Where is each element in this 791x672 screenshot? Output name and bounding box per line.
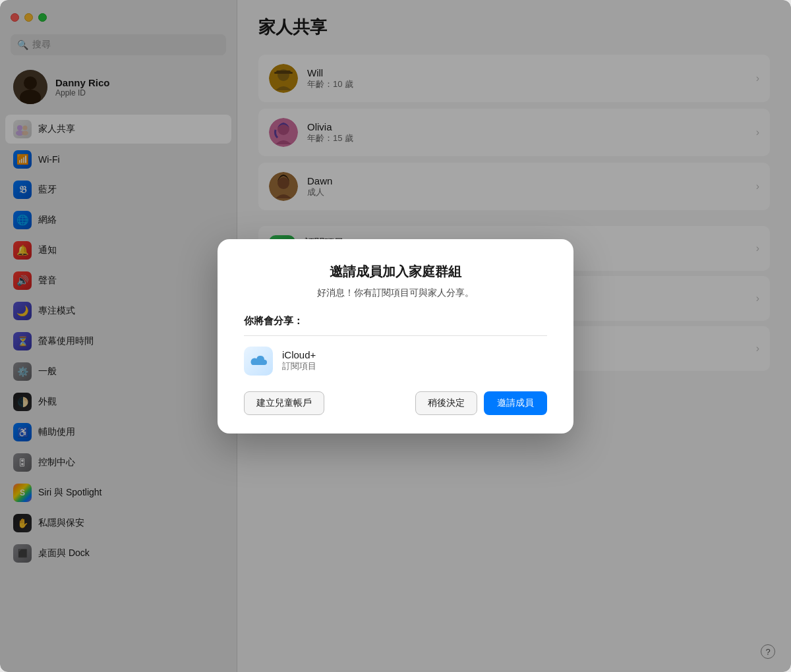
modal-right-buttons: 稍後決定 邀請成員	[415, 391, 547, 415]
create-child-button[interactable]: 建立兒童帳戶	[244, 391, 324, 415]
main-window: 🔍 搜尋 Danny Rico Apple ID	[0, 0, 791, 672]
modal-title: 邀請成員加入家庭群組	[244, 263, 547, 281]
modal-item-text: iCloud+ 訂閱項目	[282, 349, 316, 372]
later-button[interactable]: 稍後決定	[415, 391, 477, 415]
modal-item-icloud: iCloud+ 訂閱項目	[244, 347, 547, 376]
modal-item-name: iCloud+	[282, 349, 316, 360]
modal-subtitle: 好消息！你有訂閱項目可與家人分享。	[244, 287, 547, 299]
modal-overlay: 邀請成員加入家庭群組 好消息！你有訂閱項目可與家人分享。 你將會分享： iClo…	[0, 0, 791, 672]
modal-divider	[244, 335, 547, 336]
icloud-icon	[244, 347, 273, 376]
invite-modal: 邀請成員加入家庭群組 好消息！你有訂閱項目可與家人分享。 你將會分享： iClo…	[218, 239, 573, 434]
invite-button[interactable]: 邀請成員	[484, 391, 547, 415]
modal-share-label: 你將會分享：	[244, 315, 547, 327]
modal-item-sub: 訂閱項目	[282, 360, 316, 372]
modal-buttons: 建立兒童帳戶 稍後決定 邀請成員	[244, 391, 547, 415]
